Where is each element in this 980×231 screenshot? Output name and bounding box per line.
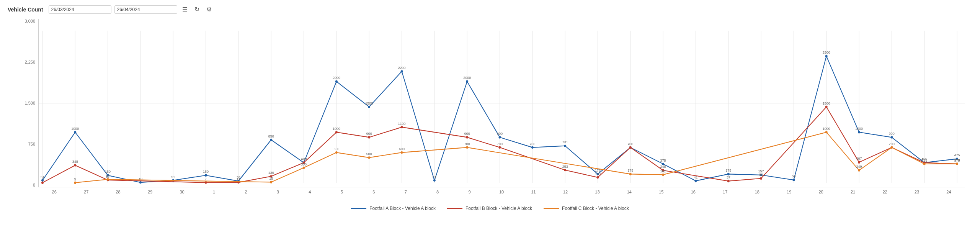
svg-text:600: 600	[399, 147, 405, 151]
x-label: 15	[645, 190, 677, 194]
x-label: 14	[613, 190, 645, 194]
svg-point-107	[466, 136, 468, 138]
svg-point-109	[499, 146, 501, 149]
svg-point-155	[858, 169, 860, 171]
svg-text:7: 7	[205, 177, 207, 181]
svg-text:130: 130	[268, 171, 274, 175]
refresh-button[interactable]: ↻	[193, 5, 201, 14]
svg-text:1500: 1500	[823, 102, 830, 105]
chart-area: 3,000 2,250 1,500 750 0 5110001501051150…	[15, 19, 965, 203]
x-label: 11	[518, 190, 549, 194]
svg-point-81	[890, 136, 893, 138]
svg-text:475: 475	[954, 153, 960, 157]
svg-text:248: 248	[660, 165, 666, 169]
svg-text:1000: 1000	[855, 127, 863, 131]
svg-text:59: 59	[792, 174, 795, 178]
x-label: 29	[134, 190, 166, 194]
svg-point-161	[956, 162, 958, 165]
date-from-input[interactable]	[49, 5, 111, 14]
x-label: 30	[166, 190, 198, 194]
svg-point-105	[401, 126, 403, 128]
svg-point-79	[858, 131, 860, 133]
svg-text:700: 700	[889, 142, 895, 146]
legend: Footfall A Block - Vehicle A block Footf…	[0, 203, 980, 213]
svg-text:1500: 1500	[365, 102, 373, 105]
svg-point-133	[74, 182, 76, 184]
svg-point-87	[41, 182, 44, 184]
chart-svg: 5110001501051150388504002000150022005120…	[39, 19, 965, 187]
svg-text:1000: 1000	[71, 127, 79, 131]
svg-point-69	[694, 180, 697, 182]
x-label: 24	[933, 190, 965, 194]
svg-point-55	[466, 80, 468, 83]
x-label: 21	[837, 190, 869, 194]
svg-point-71	[727, 173, 730, 175]
svg-text:378: 378	[954, 158, 960, 162]
svg-text:400: 400	[301, 157, 307, 161]
legend-label-c: Footfall C Block - Vehicle A block	[562, 206, 629, 211]
x-label: 19	[773, 190, 805, 194]
svg-point-125	[858, 161, 860, 164]
svg-point-119	[727, 180, 730, 182]
legend-label-a: Footfall A Block - Vehicle A block	[369, 206, 436, 211]
svg-point-115	[629, 146, 632, 149]
settings-icon: ⚙	[206, 6, 212, 13]
svg-point-77	[825, 55, 828, 57]
legend-line-b	[447, 208, 462, 209]
page-title: Vehicle Count	[8, 7, 43, 13]
svg-point-135	[107, 178, 109, 180]
x-label: 20	[805, 190, 837, 194]
svg-text:375: 375	[660, 158, 666, 162]
svg-text:407: 407	[856, 157, 862, 161]
svg-text:253: 253	[562, 165, 568, 169]
svg-text:150: 150	[105, 170, 111, 174]
svg-point-39	[205, 174, 207, 177]
x-label: 10	[485, 190, 517, 194]
header: Vehicle Count ☰ ↻ ⚙	[0, 0, 980, 19]
x-label: 22	[869, 190, 901, 194]
svg-text:2200: 2200	[398, 66, 406, 70]
settings-button[interactable]: ⚙	[204, 5, 214, 14]
svg-text:51: 51	[433, 175, 436, 179]
svg-text:71: 71	[106, 174, 110, 178]
x-label: 5	[326, 190, 358, 194]
svg-text:300: 300	[301, 162, 307, 166]
svg-point-137	[270, 181, 272, 183]
svg-point-111	[564, 169, 566, 171]
svg-text:2500: 2500	[823, 51, 830, 54]
svg-point-141	[335, 151, 338, 154]
svg-text:900: 900	[366, 132, 372, 136]
svg-point-53	[433, 179, 436, 182]
svg-point-75	[792, 179, 795, 181]
svg-text:37: 37	[727, 175, 730, 179]
svg-text:1000: 1000	[823, 127, 830, 131]
x-label: 16	[677, 190, 709, 194]
stack-icon-button[interactable]: ☰	[180, 5, 189, 14]
svg-point-31	[74, 131, 76, 133]
y-label-2250: 2,250	[24, 60, 35, 64]
svg-point-103	[368, 136, 370, 138]
legend-item-a: Footfall A Block - Vehicle A block	[351, 206, 436, 211]
legend-item-c: Footfall C Block - Vehicle A block	[544, 206, 629, 211]
svg-point-43	[270, 139, 272, 141]
svg-point-121	[760, 177, 762, 180]
y-label-1500: 1,500	[24, 101, 35, 105]
svg-text:900: 900	[889, 132, 895, 136]
x-label: 2	[230, 190, 262, 194]
svg-text:51: 51	[171, 175, 175, 179]
x-label: 26	[38, 190, 70, 194]
svg-point-149	[629, 173, 632, 175]
svg-point-89	[74, 164, 76, 166]
legend-label-b: Footfall B Block - Vehicle A block	[466, 206, 532, 211]
x-label: 18	[741, 190, 773, 194]
svg-text:5: 5	[74, 177, 76, 181]
svg-point-51	[401, 70, 403, 72]
svg-text:900: 900	[464, 132, 470, 136]
svg-text:700: 700	[627, 142, 633, 146]
legend-item-b: Footfall B Block - Vehicle A block	[447, 206, 532, 211]
date-to-input[interactable]	[114, 5, 177, 14]
x-label: 27	[70, 190, 102, 194]
svg-point-61	[564, 145, 566, 147]
svg-point-153	[825, 131, 828, 133]
svg-text:249: 249	[856, 165, 862, 169]
